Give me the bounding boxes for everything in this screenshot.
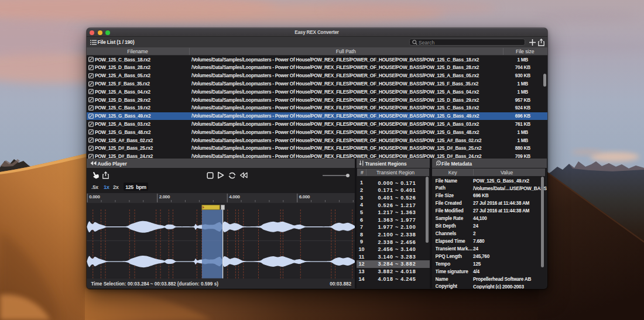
svg-text:0.000: 0.000 (89, 195, 100, 200)
svg-text:6.000: 6.000 (299, 195, 310, 200)
svg-text:4.000: 4.000 (229, 195, 240, 200)
svg-text:2.000: 2.000 (159, 195, 170, 200)
